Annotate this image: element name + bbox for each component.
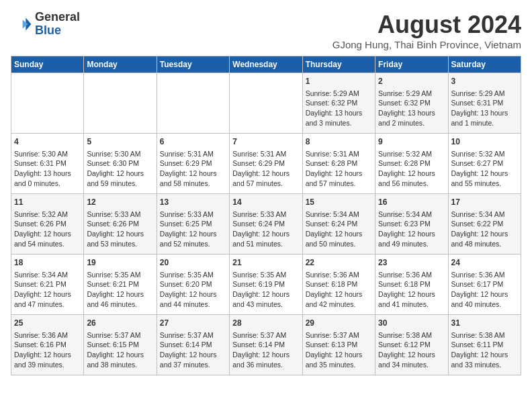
day-info: Sunrise: 5:33 AM Sunset: 6:25 PM Dayligh…: [160, 210, 226, 249]
calendar-cell: 11Sunrise: 5:32 AM Sunset: 6:26 PM Dayli…: [11, 194, 84, 255]
day-info: Sunrise: 5:30 AM Sunset: 6:30 PM Dayligh…: [87, 149, 153, 189]
day-info: Sunrise: 5:37 AM Sunset: 6:15 PM Dayligh…: [87, 330, 153, 370]
calendar-cell: 28Sunrise: 5:37 AM Sunset: 6:14 PM Dayli…: [230, 315, 302, 375]
day-number: 13: [160, 197, 226, 208]
day-number: 1: [306, 76, 372, 87]
calendar-cell: 24Sunrise: 5:36 AM Sunset: 6:17 PM Dayli…: [448, 255, 521, 315]
day-number: 26: [87, 318, 153, 329]
calendar-cell: 14Sunrise: 5:33 AM Sunset: 6:24 PM Dayli…: [230, 194, 302, 255]
day-info: Sunrise: 5:36 AM Sunset: 6:17 PM Dayligh…: [451, 270, 518, 310]
day-info: Sunrise: 5:36 AM Sunset: 6:16 PM Dayligh…: [14, 330, 81, 370]
day-number: 21: [232, 257, 299, 269]
calendar-cell: 3Sunrise: 5:29 AM Sunset: 6:31 PM Daylig…: [448, 73, 521, 134]
day-number: 3: [451, 76, 518, 87]
day-header-sunday: Sunday: [11, 56, 84, 73]
day-info: Sunrise: 5:38 AM Sunset: 6:12 PM Dayligh…: [378, 330, 445, 370]
day-number: 4: [14, 136, 81, 148]
day-number: 22: [306, 257, 372, 269]
day-header-saturday: Saturday: [448, 56, 521, 73]
logo-icon: [11, 13, 32, 35]
calendar-cell: [157, 73, 229, 134]
day-header-friday: Friday: [375, 56, 448, 73]
day-info: Sunrise: 5:36 AM Sunset: 6:18 PM Dayligh…: [306, 270, 372, 310]
page-header: General Blue August 2024 GJong Hung, Tha…: [11, 11, 521, 50]
calendar-cell: 1Sunrise: 5:29 AM Sunset: 6:32 PM Daylig…: [302, 73, 375, 134]
day-number: 20: [160, 257, 226, 269]
day-number: 9: [378, 136, 445, 148]
day-header-tuesday: Tuesday: [157, 56, 229, 73]
day-number: 24: [451, 257, 518, 269]
subtitle: GJong Hung, Thai Binh Province, Vietnam: [332, 39, 521, 50]
day-info: Sunrise: 5:37 AM Sunset: 6:14 PM Dayligh…: [160, 330, 226, 370]
day-number: 10: [451, 136, 518, 148]
day-info: Sunrise: 5:32 AM Sunset: 6:27 PM Dayligh…: [451, 149, 518, 189]
day-info: Sunrise: 5:32 AM Sunset: 6:26 PM Dayligh…: [14, 210, 81, 249]
day-number: 28: [232, 318, 299, 329]
calendar-cell: 7Sunrise: 5:31 AM Sunset: 6:29 PM Daylig…: [230, 134, 302, 194]
calendar-cell: 15Sunrise: 5:34 AM Sunset: 6:24 PM Dayli…: [302, 194, 375, 255]
day-info: Sunrise: 5:38 AM Sunset: 6:11 PM Dayligh…: [451, 330, 518, 370]
day-header-thursday: Thursday: [302, 56, 375, 73]
day-header-monday: Monday: [84, 56, 157, 73]
day-number: 6: [160, 136, 226, 148]
calendar-cell: 9Sunrise: 5:32 AM Sunset: 6:28 PM Daylig…: [375, 134, 448, 194]
day-info: Sunrise: 5:33 AM Sunset: 6:26 PM Dayligh…: [87, 210, 153, 249]
day-info: Sunrise: 5:33 AM Sunset: 6:24 PM Dayligh…: [232, 210, 299, 249]
day-info: Sunrise: 5:35 AM Sunset: 6:21 PM Dayligh…: [87, 270, 153, 310]
calendar-cell: 12Sunrise: 5:33 AM Sunset: 6:26 PM Dayli…: [84, 194, 157, 255]
calendar-cell: 30Sunrise: 5:38 AM Sunset: 6:12 PM Dayli…: [375, 315, 448, 375]
day-number: 16: [378, 197, 445, 208]
day-number: 18: [14, 257, 81, 269]
calendar-cell: 29Sunrise: 5:37 AM Sunset: 6:13 PM Dayli…: [302, 315, 375, 375]
day-number: 14: [232, 197, 299, 208]
day-info: Sunrise: 5:36 AM Sunset: 6:18 PM Dayligh…: [378, 270, 445, 310]
day-number: 25: [14, 318, 81, 329]
calendar-cell: 4Sunrise: 5:30 AM Sunset: 6:31 PM Daylig…: [11, 134, 84, 194]
day-number: 17: [451, 197, 518, 208]
day-info: Sunrise: 5:30 AM Sunset: 6:31 PM Dayligh…: [14, 149, 81, 189]
day-info: Sunrise: 5:37 AM Sunset: 6:13 PM Dayligh…: [306, 330, 372, 370]
day-number: 8: [306, 136, 372, 148]
logo-text: General Blue: [35, 11, 80, 38]
calendar-cell: 5Sunrise: 5:30 AM Sunset: 6:30 PM Daylig…: [84, 134, 157, 194]
calendar-cell: 10Sunrise: 5:32 AM Sunset: 6:27 PM Dayli…: [448, 134, 521, 194]
calendar-cell: 25Sunrise: 5:36 AM Sunset: 6:16 PM Dayli…: [11, 315, 84, 375]
day-info: Sunrise: 5:29 AM Sunset: 6:32 PM Dayligh…: [306, 89, 372, 128]
calendar-cell: 22Sunrise: 5:36 AM Sunset: 6:18 PM Dayli…: [302, 255, 375, 315]
day-info: Sunrise: 5:34 AM Sunset: 6:22 PM Dayligh…: [451, 210, 518, 249]
logo-blue: Blue: [35, 24, 80, 38]
main-title: August 2024: [332, 11, 521, 39]
day-number: 7: [232, 136, 299, 148]
day-number: 2: [378, 76, 445, 87]
day-info: Sunrise: 5:35 AM Sunset: 6:20 PM Dayligh…: [160, 270, 226, 310]
logo: General Blue: [11, 11, 80, 38]
day-number: 31: [451, 318, 518, 329]
day-info: Sunrise: 5:31 AM Sunset: 6:28 PM Dayligh…: [306, 149, 372, 189]
day-info: Sunrise: 5:35 AM Sunset: 6:19 PM Dayligh…: [232, 270, 299, 310]
day-number: 19: [87, 257, 153, 269]
calendar-cell: 17Sunrise: 5:34 AM Sunset: 6:22 PM Dayli…: [448, 194, 521, 255]
day-info: Sunrise: 5:32 AM Sunset: 6:28 PM Dayligh…: [378, 149, 445, 189]
calendar-cell: 16Sunrise: 5:34 AM Sunset: 6:23 PM Dayli…: [375, 194, 448, 255]
day-number: 15: [306, 197, 372, 208]
calendar-cell: 20Sunrise: 5:35 AM Sunset: 6:20 PM Dayli…: [157, 255, 229, 315]
calendar-cell: 21Sunrise: 5:35 AM Sunset: 6:19 PM Dayli…: [230, 255, 302, 315]
calendar-cell: 19Sunrise: 5:35 AM Sunset: 6:21 PM Dayli…: [84, 255, 157, 315]
calendar-cell: 26Sunrise: 5:37 AM Sunset: 6:15 PM Dayli…: [84, 315, 157, 375]
day-info: Sunrise: 5:34 AM Sunset: 6:21 PM Dayligh…: [14, 270, 81, 310]
calendar-cell: [230, 73, 302, 134]
calendar-cell: [84, 73, 157, 134]
day-number: 29: [306, 318, 372, 329]
calendar-cell: 2Sunrise: 5:29 AM Sunset: 6:32 PM Daylig…: [375, 73, 448, 134]
day-number: 30: [378, 318, 445, 329]
calendar-cell: 27Sunrise: 5:37 AM Sunset: 6:14 PM Dayli…: [157, 315, 229, 375]
calendar-cell: 6Sunrise: 5:31 AM Sunset: 6:29 PM Daylig…: [157, 134, 229, 194]
calendar-cell: 13Sunrise: 5:33 AM Sunset: 6:25 PM Dayli…: [157, 194, 229, 255]
day-header-wednesday: Wednesday: [230, 56, 302, 73]
title-block: August 2024 GJong Hung, Thai Binh Provin…: [332, 11, 521, 50]
day-info: Sunrise: 5:34 AM Sunset: 6:23 PM Dayligh…: [378, 210, 445, 249]
day-info: Sunrise: 5:31 AM Sunset: 6:29 PM Dayligh…: [232, 149, 299, 189]
calendar-table: SundayMondayTuesdayWednesdayThursdayFrid…: [11, 56, 521, 375]
day-info: Sunrise: 5:29 AM Sunset: 6:31 PM Dayligh…: [451, 89, 518, 128]
day-info: Sunrise: 5:34 AM Sunset: 6:24 PM Dayligh…: [306, 210, 372, 249]
